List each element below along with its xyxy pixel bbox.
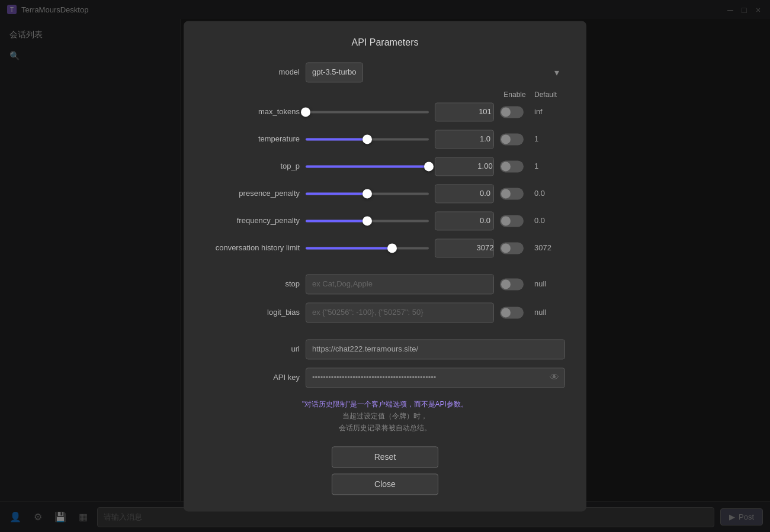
slider-fill-2 <box>306 165 429 167</box>
param-label-2: top_p <box>205 162 300 170</box>
stop-label: stop <box>205 279 300 288</box>
info-text: "对话历史限制"是一个客户端选项，而不是API参数。 当超过设定值（令牌）时， … <box>205 398 565 434</box>
toggle-5[interactable] <box>500 242 524 254</box>
logit-bias-row: logit_bias null <box>205 302 565 323</box>
number-input-1[interactable] <box>435 134 494 143</box>
number-input-2[interactable] <box>435 162 494 170</box>
param-row-presence_penalty: presence_penalty ▲ ▼ 0.0 <box>205 184 565 203</box>
info-line1: "对话历史限制"是一个客户端选项，而不是API参数。 <box>302 400 468 408</box>
slider-track-4 <box>306 220 429 222</box>
default-val-0: inf <box>530 107 565 116</box>
slider-thumb-0[interactable] <box>301 107 310 117</box>
stop-toggle-knob <box>501 279 511 289</box>
default-val-2: 1 <box>530 162 565 170</box>
number-control-3: ▲ ▼ <box>435 184 494 203</box>
api-key-input[interactable] <box>306 367 565 388</box>
toggle-0[interactable] <box>500 106 524 118</box>
stop-toggle[interactable] <box>500 278 524 290</box>
param-label-1: temperature <box>205 134 300 143</box>
close-button[interactable]: Close <box>332 473 438 495</box>
modal-title: API Parameters <box>205 37 565 48</box>
param-label-4: frequency_penalty <box>205 216 300 225</box>
toggle-4[interactable] <box>500 215 524 227</box>
slider-track-1 <box>306 138 429 140</box>
number-control-4: ▲ ▼ <box>435 211 494 230</box>
toggle-knob-5 <box>501 243 511 253</box>
toggle-knob-0 <box>501 107 511 117</box>
slider-track-2 <box>306 165 429 167</box>
logit-bias-toggle-knob <box>501 308 511 317</box>
slider-container-1[interactable] <box>306 133 429 145</box>
slider-container-3[interactable] <box>306 188 429 199</box>
toggle-2[interactable] <box>500 160 524 172</box>
slider-container-2[interactable] <box>306 160 429 172</box>
section-divider-1 <box>205 266 565 274</box>
eye-icon[interactable]: 👁 <box>550 372 559 383</box>
logit-bias-input[interactable] <box>306 302 494 323</box>
model-row: model gpt-3.5-turbo gpt-4 gpt-4-turbo ▾ <box>205 62 565 82</box>
reset-button[interactable]: Reset <box>332 446 438 467</box>
number-control-5: ▲ ▼ <box>435 238 494 257</box>
slider-track-5 <box>306 247 429 249</box>
default-header: Default <box>530 91 565 99</box>
default-val-1: 1 <box>530 134 565 143</box>
toggle-knob-2 <box>501 162 511 171</box>
slider-thumb-4[interactable] <box>362 216 372 225</box>
api-key-label: API key <box>205 373 300 382</box>
url-label: url <box>205 344 300 353</box>
param-row-top_p: top_p ▲ ▼ 1 <box>205 157 565 176</box>
stop-default: null <box>530 279 565 288</box>
default-val-4: 0.0 <box>530 216 565 225</box>
column-headers: Enable Default <box>205 91 565 99</box>
param-label-0: max_tokens <box>205 107 300 116</box>
model-select[interactable]: gpt-3.5-turbo gpt-4 gpt-4-turbo <box>306 62 363 82</box>
slider-fill-1 <box>306 138 367 140</box>
slider-container-4[interactable] <box>306 215 429 227</box>
slider-fill-3 <box>306 192 367 195</box>
stop-input[interactable] <box>306 274 494 294</box>
number-control-2: ▲ ▼ <box>435 157 494 176</box>
toggle-3[interactable] <box>500 188 524 199</box>
number-input-5[interactable] <box>435 243 494 252</box>
params-container: max_tokens ▲ ▼ inf temperature <box>205 102 565 257</box>
logit-bias-label: logit_bias <box>205 308 300 317</box>
api-key-row: API key 👁 <box>205 367 565 388</box>
slider-thumb-1[interactable] <box>362 134 372 144</box>
slider-container-0[interactable] <box>306 106 429 118</box>
logit-bias-toggle[interactable] <box>500 307 524 318</box>
default-val-5: 3072 <box>530 243 565 252</box>
default-val-3: 0.0 <box>530 189 565 198</box>
toggle-knob-3 <box>501 189 511 198</box>
enable-header: Enable <box>500 91 530 99</box>
number-input-0[interactable] <box>435 107 494 116</box>
number-control-0: ▲ ▼ <box>435 102 494 121</box>
slider-fill-4 <box>306 220 367 222</box>
info-line3: 会话历史记录将被自动总结。 <box>339 424 431 433</box>
model-dropdown-wrapper: gpt-3.5-turbo gpt-4 gpt-4-turbo ▾ <box>306 62 565 82</box>
url-row: url <box>205 339 565 359</box>
param-row-max_tokens: max_tokens ▲ ▼ inf <box>205 102 565 121</box>
param-label-3: presence_penalty <box>205 189 300 198</box>
param-row-conversation-history-limit: conversation history limit ▲ ▼ 3072 <box>205 238 565 257</box>
param-label-5: conversation history limit <box>205 243 300 252</box>
api-key-wrapper: 👁 <box>306 367 565 388</box>
slider-track-0 <box>306 111 429 113</box>
url-input[interactable] <box>306 339 565 359</box>
param-row-frequency_penalty: frequency_penalty ▲ ▼ 0.0 <box>205 211 565 230</box>
section-divider-2 <box>205 331 565 339</box>
dropdown-arrow-icon: ▾ <box>554 66 559 78</box>
slider-fill-5 <box>306 247 392 249</box>
slider-track-3 <box>306 192 429 195</box>
slider-thumb-3[interactable] <box>362 189 372 198</box>
stop-row: stop null <box>205 274 565 294</box>
number-input-3[interactable] <box>435 189 494 198</box>
slider-thumb-2[interactable] <box>424 162 434 171</box>
toggle-knob-4 <box>501 216 511 225</box>
api-parameters-modal: API Parameters model gpt-3.5-turbo gpt-4… <box>184 21 586 511</box>
slider-container-5[interactable] <box>306 242 429 254</box>
number-input-4[interactable] <box>435 216 494 225</box>
model-label: model <box>205 67 300 76</box>
slider-thumb-5[interactable] <box>387 243 397 253</box>
logit-bias-default: null <box>530 308 565 317</box>
toggle-1[interactable] <box>500 133 524 145</box>
